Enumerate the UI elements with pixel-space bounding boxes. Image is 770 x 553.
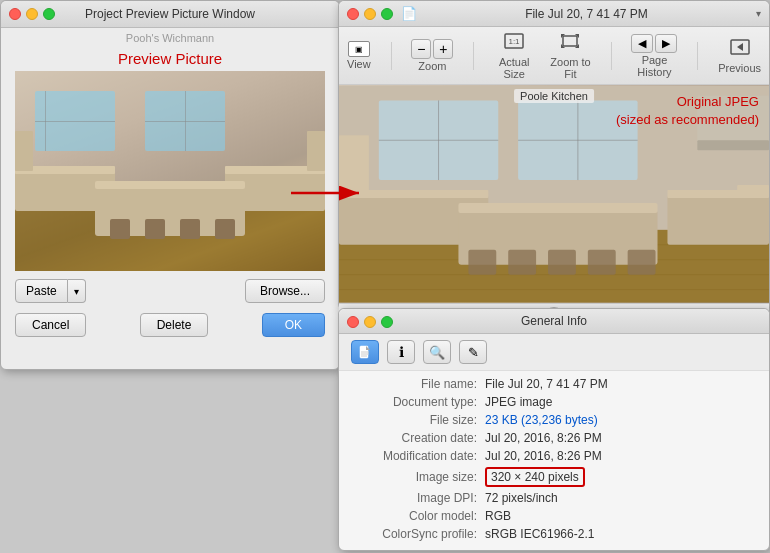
cancel-button[interactable]: Cancel — [15, 313, 86, 337]
traffic-lights — [9, 8, 55, 20]
info-maximize-button[interactable] — [381, 316, 393, 328]
svg-rect-50 — [548, 250, 576, 275]
svg-rect-24 — [563, 36, 577, 46]
info-toolbar: ℹ 🔍 ✎ — [339, 334, 769, 371]
svg-rect-45 — [667, 190, 769, 198]
actual-size-btn[interactable]: 1:1 — [500, 31, 528, 55]
info-row-value: 72 pixels/inch — [485, 491, 558, 505]
info-close-button[interactable] — [347, 316, 359, 328]
project-buttons-row: Paste ▾ Browse... — [1, 271, 339, 311]
svg-rect-48 — [468, 250, 496, 275]
info-row: Document type:JPEG image — [339, 393, 769, 411]
browse-button[interactable]: Browse... — [245, 279, 325, 303]
info-icon: ℹ — [399, 344, 404, 360]
info-row-label: File name: — [355, 377, 485, 391]
info-minimize-button[interactable] — [364, 316, 376, 328]
info-tab-edit[interactable]: ✎ — [459, 340, 487, 364]
project-window-title: Project Preview Picture Window — [85, 7, 255, 21]
toolbar-divider-3 — [611, 42, 612, 70]
preview-minimize-button[interactable] — [364, 8, 376, 20]
paste-dropdown-button[interactable]: ▾ — [68, 279, 86, 303]
info-row-label: Color model: — [355, 509, 485, 523]
info-row: File name:File Jul 20, 7 41 47 PM — [339, 375, 769, 393]
general-info-window: General Info ℹ 🔍 ✎ File name:File Jul 20… — [338, 308, 770, 551]
info-rows: File name:File Jul 20, 7 41 47 PMDocumen… — [339, 371, 769, 547]
previous-btn[interactable] — [726, 37, 754, 61]
project-title-bar: Project Preview Picture Window — [1, 1, 339, 28]
info-row-label: File size: — [355, 413, 485, 427]
info-row-label: Image DPI: — [355, 491, 485, 505]
info-row: Color model:RGB — [339, 507, 769, 525]
svg-rect-17 — [215, 219, 235, 239]
history-forward-btn[interactable]: ▶ — [655, 34, 677, 53]
svg-rect-18 — [15, 131, 33, 171]
toolbar-divider-1 — [391, 42, 392, 70]
view-single-btn[interactable]: ▣ — [348, 41, 370, 57]
info-row-value: 320 × 240 pixels — [485, 467, 585, 487]
minimize-button[interactable] — [26, 8, 38, 20]
zoom-to-fit-btn[interactable] — [556, 31, 584, 55]
info-tab-search[interactable]: 🔍 — [423, 340, 451, 364]
original-jpeg-label: Original JPEG(sized as recommended) — [616, 93, 759, 129]
preview-main-title-bar: 📄 File Jul 20, 7 41 47 PM ▾ — [339, 1, 769, 27]
history-back-btn[interactable]: ◀ — [631, 34, 653, 53]
info-row-value: 23 KB (23,236 bytes) — [485, 413, 598, 427]
info-row-value: Jul 20, 2016, 8:26 PM — [485, 449, 602, 463]
room-label: Poole Kitchen — [514, 89, 594, 103]
svg-rect-4 — [35, 121, 115, 122]
preview-traffic-lights — [347, 8, 393, 20]
svg-rect-16 — [180, 219, 200, 239]
maximize-button[interactable] — [43, 8, 55, 20]
actual-size-label: Actual Size — [494, 56, 534, 80]
svg-rect-39 — [697, 140, 769, 150]
info-row-label: Modification date: — [355, 449, 485, 463]
svg-rect-7 — [145, 121, 225, 122]
svg-rect-13 — [95, 181, 245, 189]
info-row-value: Jul 20, 2016, 8:26 PM — [485, 431, 602, 445]
filename-dropdown-icon[interactable]: ▾ — [756, 8, 761, 19]
general-info-title-text: General Info — [521, 314, 587, 328]
paste-button[interactable]: Paste — [15, 279, 68, 303]
red-arrow — [291, 178, 371, 211]
svg-rect-51 — [588, 250, 616, 275]
zoom-in-button[interactable]: + — [433, 39, 453, 59]
delete-button[interactable]: Delete — [140, 313, 209, 337]
svg-rect-47 — [458, 203, 657, 213]
preview-maximize-button[interactable] — [381, 8, 393, 20]
search-icon: 🔍 — [429, 345, 445, 360]
info-row: Modification date:Jul 20, 2016, 8:26 PM — [339, 447, 769, 465]
file-icon: 📄 — [401, 6, 417, 21]
toolbar-divider-4 — [697, 42, 698, 70]
view-label: View — [347, 58, 371, 70]
preview-picture-label: Preview Picture — [1, 48, 339, 71]
info-row-value: JPEG image — [485, 395, 552, 409]
info-row-label: Document type: — [355, 395, 485, 409]
svg-rect-44 — [667, 195, 769, 245]
filename-title: File Jul 20, 7 41 47 PM — [425, 7, 748, 21]
info-tab-info[interactable]: ℹ — [387, 340, 415, 364]
svg-text:1:1: 1:1 — [509, 37, 521, 46]
info-row: Image size:320 × 240 pixels — [339, 465, 769, 489]
svg-rect-49 — [508, 250, 536, 275]
info-row: ColorSync profile:sRGB IEC61966-2.1 — [339, 525, 769, 543]
view-btn-group: ▣ — [348, 41, 370, 57]
preview-close-button[interactable] — [347, 8, 359, 20]
info-row-value: RGB — [485, 509, 511, 523]
general-info-title-bar: General Info — [339, 309, 769, 334]
ok-button[interactable]: OK — [262, 313, 325, 337]
toolbar-divider-2 — [473, 42, 474, 70]
close-button[interactable] — [9, 8, 21, 20]
zoom-section: − + Zoom — [411, 39, 453, 72]
preview-username: Pooh's Wichmann — [1, 28, 339, 48]
previous-section: Previous — [718, 37, 761, 74]
info-row-value: File Jul 20, 7 41 47 PM — [485, 377, 608, 391]
svg-rect-52 — [628, 250, 656, 275]
info-tab-file[interactable] — [351, 340, 379, 364]
info-row-value: sRGB IEC61966-2.1 — [485, 527, 594, 541]
info-traffic-lights — [347, 316, 393, 328]
info-row-label: ColorSync profile: — [355, 527, 485, 541]
page-history-nav: ◀ ▶ — [631, 34, 677, 53]
zoom-out-button[interactable]: − — [411, 39, 431, 59]
info-row: Image DPI:72 pixels/inch — [339, 489, 769, 507]
page-history-label: Page History — [631, 54, 677, 78]
